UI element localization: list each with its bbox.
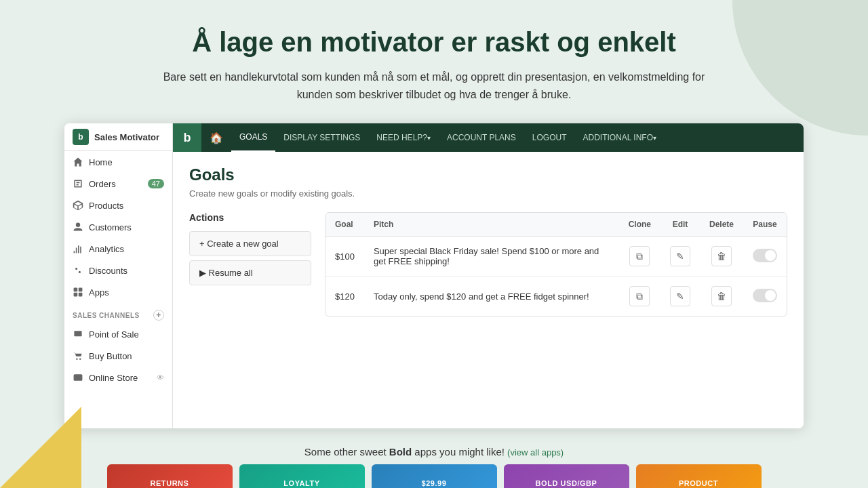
- eye-icon: 👁: [157, 373, 164, 382]
- actions-title: Actions: [189, 212, 311, 223]
- customers-icon: [73, 222, 83, 232]
- sales-channels-label: SALES CHANNELS +: [64, 303, 172, 323]
- nav-additional-info[interactable]: ADDITIONAL INFO: [574, 123, 665, 152]
- sidebar-title-bar: b Sales Motivator: [64, 123, 172, 151]
- actions-panel: Actions + Create a new goal ▶ Resume all: [189, 212, 311, 317]
- col-pitch: Pitch: [364, 213, 619, 237]
- app-card-returns[interactable]: RETURNS: [107, 464, 233, 488]
- pause-cell-1: [743, 237, 787, 277]
- bottom-text-end: apps you might like!: [412, 446, 505, 458]
- bottom-brand: Bold: [389, 446, 412, 458]
- clone-button-1[interactable]: ⧉: [629, 246, 650, 266]
- nav-display-settings[interactable]: DISPLAY SETTINGS: [275, 123, 368, 152]
- products-icon: [73, 200, 83, 211]
- app-card-product[interactable]: PRODUCT: [636, 464, 762, 488]
- pause-toggle-1[interactable]: [753, 249, 777, 262]
- buy-button-icon: [73, 350, 83, 361]
- goal-value-2: $120: [326, 277, 364, 317]
- col-delete: Delete: [700, 213, 743, 237]
- discounts-icon: [73, 265, 83, 276]
- resume-all-button[interactable]: ▶ Resume all: [189, 260, 311, 285]
- col-goal: Goal: [326, 213, 364, 237]
- sidebar-item-online-store[interactable]: Online Store 👁: [64, 367, 172, 388]
- sidebar-item-analytics[interactable]: Analytics: [64, 238, 172, 260]
- bottom-section: Some other sweet Bold apps you might lik…: [0, 435, 868, 464]
- delete-cell-2: 🗑: [700, 277, 743, 317]
- create-goal-button[interactable]: + Create a new goal: [189, 231, 311, 256]
- edit-cell-1: ✎: [660, 237, 700, 277]
- bottom-text-start: Some other sweet: [304, 446, 389, 458]
- goals-table-wrapper: Goal Pitch Clone Edit Delete Pause $100: [325, 212, 787, 317]
- sidebar-item-home[interactable]: Home: [64, 151, 172, 173]
- svg-rect-4: [74, 293, 78, 297]
- col-clone: Clone: [619, 213, 660, 237]
- goal-value-1: $100: [326, 237, 364, 277]
- goals-page-subtitle: Create new goals or modify existing goal…: [189, 188, 787, 199]
- bg-triangle-decoration: [0, 407, 81, 488]
- sidebar-item-apps[interactable]: Apps: [64, 281, 172, 303]
- app-topbar: b 🏠 GOALS DISPLAY SETTINGS NEED HELP? AC…: [173, 123, 804, 152]
- svg-rect-5: [79, 293, 83, 297]
- home-icon: [73, 157, 83, 167]
- table-row: $120 Today only, spend $120 and get a FR…: [326, 277, 787, 317]
- app-cards: RETURNS LOYALTY $29.99 BOLD USD/GBP PROD…: [0, 464, 868, 488]
- edit-button-2[interactable]: ✎: [670, 286, 690, 306]
- app-topbar-home[interactable]: 🏠: [201, 123, 231, 152]
- delete-button-1[interactable]: 🗑: [711, 246, 732, 266]
- goals-table: Goal Pitch Clone Edit Delete Pause $100: [326, 213, 787, 316]
- svg-rect-6: [74, 331, 81, 336]
- sidebar-item-customers[interactable]: Customers: [64, 216, 172, 238]
- svg-point-0: [75, 268, 77, 270]
- orders-icon: [73, 178, 83, 189]
- content-body: Actions + Create a new goal ▶ Resume all…: [189, 212, 787, 317]
- sidebar-item-products[interactable]: Products: [64, 195, 172, 216]
- svg-rect-9: [74, 374, 83, 381]
- clone-cell-2: ⧉: [619, 277, 660, 317]
- app-icon: b: [73, 129, 89, 145]
- delete-cell-1: 🗑: [700, 237, 743, 277]
- pause-cell-2: [743, 277, 787, 317]
- app-nav: GOALS DISPLAY SETTINGS NEED HELP? ACCOUN…: [231, 123, 665, 152]
- svg-rect-3: [79, 288, 83, 292]
- sidebar-store-name: Sales Motivator: [94, 132, 159, 142]
- pos-icon: [73, 329, 83, 340]
- content-area: Goals Create new goals or modify existin…: [173, 152, 804, 428]
- view-all-apps-link[interactable]: (view all apps): [507, 447, 564, 458]
- app-card-bold[interactable]: $29.99: [372, 464, 497, 488]
- clone-cell-1: ⧉: [619, 237, 660, 277]
- pitch-value-2: Today only, spend $120 and get a FREE fi…: [364, 277, 619, 317]
- page-heading: Å lage en motivator er raskt og enkelt: [14, 27, 854, 58]
- nav-account-plans[interactable]: ACCOUNT PLANS: [439, 123, 524, 152]
- shopify-frame: b Sales Motivator Home Orders 47 Product…: [64, 123, 804, 428]
- nav-need-help[interactable]: NEED HELP?: [368, 123, 439, 152]
- apps-icon: [73, 287, 83, 298]
- table-row: $100 Super special Black Friday sale! Sp…: [326, 237, 787, 277]
- app-card-loyalty[interactable]: LOYALTY: [239, 464, 365, 488]
- online-store-icon: [73, 372, 83, 383]
- sidebar-item-pos[interactable]: Point of Sale: [64, 323, 172, 345]
- edit-button-1[interactable]: ✎: [670, 246, 690, 266]
- clone-button-2[interactable]: ⧉: [629, 286, 650, 306]
- main-content: b 🏠 GOALS DISPLAY SETTINGS NEED HELP? AC…: [173, 123, 804, 428]
- nav-logout[interactable]: LOGOUT: [524, 123, 575, 152]
- svg-point-8: [79, 359, 81, 360]
- app-topbar-logo: b: [173, 123, 201, 152]
- svg-point-1: [79, 271, 81, 273]
- col-edit: Edit: [660, 213, 700, 237]
- page-subheading: Bare sett en handlekurvtotal som kunden …: [163, 68, 705, 103]
- sidebar-item-orders[interactable]: Orders 47: [64, 173, 172, 195]
- delete-button-2[interactable]: 🗑: [711, 286, 732, 306]
- pause-toggle-2[interactable]: [753, 289, 777, 302]
- sidebar-item-discounts[interactable]: Discounts: [64, 260, 172, 281]
- add-sales-channel-button[interactable]: +: [153, 310, 164, 321]
- app-card-currency[interactable]: BOLD USD/GBP: [504, 464, 629, 488]
- col-pause: Pause: [743, 213, 787, 237]
- nav-goals[interactable]: GOALS: [231, 123, 275, 152]
- sidebar: b Sales Motivator Home Orders 47 Product…: [64, 123, 173, 428]
- analytics-icon: [73, 243, 83, 254]
- pitch-value-1: Super special Black Friday sale! Spend $…: [364, 237, 619, 277]
- goals-page-title: Goals: [189, 165, 787, 184]
- svg-rect-2: [74, 288, 78, 292]
- svg-point-7: [76, 359, 77, 360]
- sidebar-item-buy-button[interactable]: Buy Button: [64, 345, 172, 367]
